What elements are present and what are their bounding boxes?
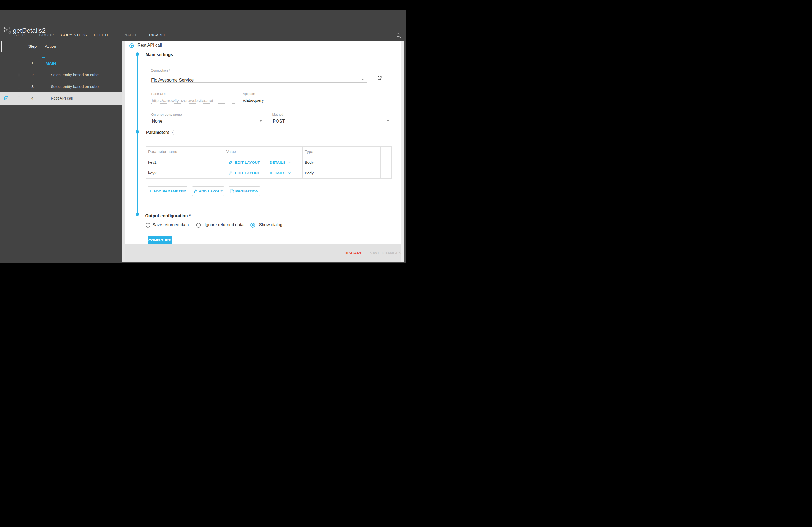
details-link[interactable]: DETAILS	[270, 171, 286, 175]
bottom-edge	[0, 262, 406, 264]
radio-label[interactable]: Show dialog	[259, 223, 282, 227]
discard-button[interactable]: DISCARD	[345, 251, 363, 255]
parameters-heading: Parameters	[146, 130, 170, 135]
step-action-label: Rest API call	[51, 96, 73, 100]
parameter-row: key1 EDIT LAYOUT DETAILS Body	[146, 157, 392, 168]
timeline-line	[137, 54, 138, 214]
step-row-selected[interactable]: 4 Rest API call	[0, 92, 122, 105]
content-scrollbar-track[interactable]	[401, 41, 404, 261]
radio-ignore-returned-data[interactable]	[196, 223, 201, 228]
plus-icon: +	[149, 189, 152, 194]
step-number: 3	[23, 85, 42, 89]
app-window: getDetails2 +STEP +GROUP COPY STEPS DELE…	[0, 0, 406, 264]
save-changes-button-disabled[interactable]: SAVE CHANGES	[370, 251, 402, 255]
drag-handle-icon[interactable]	[18, 85, 20, 90]
api-path-label: Api path	[243, 92, 255, 96]
add-step-button[interactable]: +STEP	[9, 32, 25, 37]
output-configuration-heading: Output configuration *	[145, 214, 191, 219]
add-layout-button[interactable]: ADD LAYOUT	[192, 186, 224, 196]
disable-button[interactable]: DISABLE	[149, 32, 166, 37]
copy-steps-button[interactable]: COPY STEPS	[61, 32, 87, 37]
column-header-empty	[381, 147, 392, 157]
base-url-underline	[151, 103, 235, 104]
radio-label[interactable]: Save returned data	[153, 223, 189, 227]
column-header-value: Value	[224, 147, 303, 157]
content-scrollbar-thumb[interactable]	[404, 41, 406, 264]
step-row[interactable]: 2 Select entity based on cube	[0, 69, 122, 81]
edit-layout-link[interactable]: EDIT LAYOUT	[235, 161, 260, 165]
connection-select[interactable]: Flo Awesome Service	[151, 77, 193, 82]
connection-label: Connection *	[151, 69, 170, 73]
chevron-down-icon[interactable]	[361, 79, 364, 80]
toolbar-divider	[114, 30, 114, 40]
action-type-radio-selected[interactable]	[129, 44, 134, 48]
step-number: 2	[23, 73, 42, 77]
parameter-value-cell: EDIT LAYOUT DETAILS	[224, 157, 303, 168]
steps-table-header	[1, 41, 122, 52]
plus-icon: +	[9, 32, 12, 38]
timeline-dot-main-settings	[135, 52, 139, 56]
add-group-button[interactable]: +GROUP	[33, 32, 54, 37]
plus-icon: +	[33, 32, 37, 38]
column-header-action: Action	[45, 44, 56, 49]
radio-dot	[251, 224, 254, 226]
search-input[interactable]	[349, 33, 390, 40]
add-parameter-button[interactable]: + ADD PARAMETER	[148, 186, 188, 196]
step-checkbox-checked[interactable]	[4, 96, 8, 100]
column-header-parameter-name: Parameter name	[146, 147, 224, 157]
drag-handle-icon[interactable]	[18, 73, 20, 78]
edit-layout-link[interactable]: EDIT LAYOUT	[235, 171, 260, 175]
details-link[interactable]: DETAILS	[270, 161, 286, 165]
step-row-main[interactable]: 1 MAIN	[0, 57, 122, 69]
method-label: Method	[272, 113, 284, 117]
radio-label[interactable]: Ignore returned data	[205, 223, 244, 227]
parameter-row: key2 EDIT LAYOUT DETAILS Body	[146, 168, 392, 178]
base-url-label: Base URL	[151, 92, 167, 96]
parameter-name-cell: key2	[146, 168, 224, 178]
timeline-dot-parameters	[135, 130, 139, 134]
radio-save-returned-data[interactable]	[146, 223, 150, 228]
top-black-bar	[0, 0, 406, 10]
configure-button[interactable]: CONFIGURE	[148, 236, 172, 245]
step-number: 1	[23, 61, 42, 65]
on-error-select[interactable]: None	[152, 119, 162, 124]
pagination-button[interactable]: PAGINATION	[229, 186, 260, 196]
step-action-label: Select entity based on cube	[51, 85, 99, 89]
base-url-value: https://arrowfly.azurewebsites.net	[152, 98, 213, 103]
help-icon[interactable]: ?	[170, 130, 175, 135]
action-type-label: Rest API call	[137, 43, 162, 48]
radio-dot	[131, 45, 133, 47]
open-connection-external-icon[interactable]	[377, 76, 382, 80]
method-select[interactable]: POST	[273, 119, 285, 124]
search-icon[interactable]	[396, 33, 402, 39]
api-path-input[interactable]: /data/query	[243, 98, 264, 103]
on-error-label: On error go to group	[151, 113, 182, 117]
drag-handle-icon[interactable]	[18, 96, 20, 102]
step-action-label: MAIN	[46, 61, 56, 65]
step-number: 4	[23, 96, 42, 100]
page-icon	[230, 189, 234, 194]
parameter-extra-cell	[381, 168, 392, 178]
search-underline	[349, 39, 390, 40]
enable-button[interactable]: ENABLE	[122, 32, 138, 37]
chevron-down-icon[interactable]	[288, 172, 291, 174]
radio-show-dialog-selected[interactable]	[250, 223, 255, 228]
timeline-dot-output	[135, 212, 139, 216]
parameter-type-cell: Body	[303, 168, 381, 178]
parameter-type-cell: Body	[303, 157, 381, 168]
chevron-down-icon[interactable]	[387, 120, 389, 122]
api-path-underline	[243, 104, 392, 104]
ruler-icon	[228, 160, 233, 165]
column-header-step: Step	[23, 44, 42, 49]
footer-bar	[125, 244, 406, 262]
steps-panel-scroll-gutter[interactable]	[122, 41, 125, 264]
delete-button[interactable]: DELETE	[94, 32, 110, 37]
on-error-underline	[151, 125, 263, 125]
chevron-down-icon[interactable]	[288, 161, 291, 163]
parameters-table-header-row: Parameter name Value Type	[146, 147, 392, 157]
drag-handle-icon[interactable]	[18, 61, 20, 66]
chevron-down-icon[interactable]	[259, 120, 262, 122]
step-row[interactable]: 3 Select entity based on cube	[0, 81, 122, 93]
ruler-icon	[228, 171, 233, 175]
parameters-table: Parameter name Value Type key1 EDIT LAYO…	[146, 146, 392, 179]
